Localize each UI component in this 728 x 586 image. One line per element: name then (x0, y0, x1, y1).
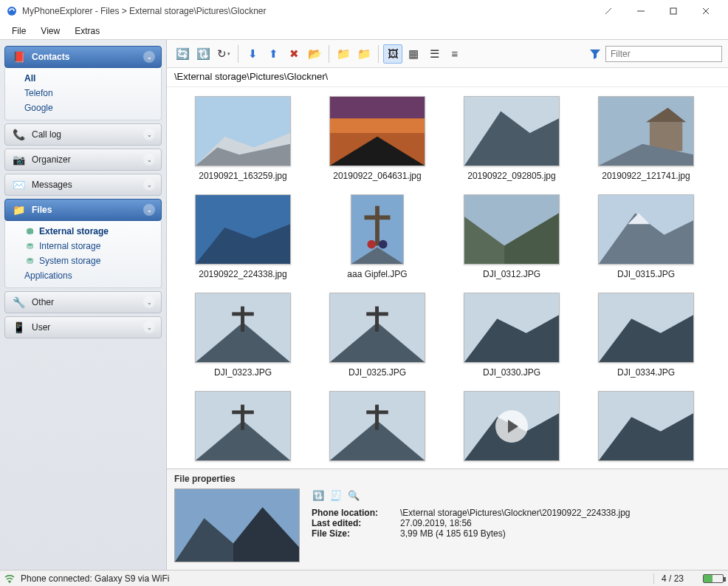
prop-info-icon[interactable]: 🧾 (329, 488, 343, 502)
window-title: MyPhoneExplorer - Files > External stora… (22, 6, 592, 16)
sync-icon[interactable]: 🔃 (193, 44, 213, 64)
prop-refresh-icon[interactable]: 🔃 (312, 488, 325, 502)
view-details-icon[interactable]: ≡ (445, 44, 464, 64)
chevron-down-icon: ⌄ (143, 321, 155, 333)
user-icon: 📱 (11, 320, 26, 335)
sidebar-item-all[interactable]: All (5, 71, 161, 86)
file-thumbnail[interactable]: DJI_0323.JPG (180, 293, 306, 378)
file-thumbnail[interactable]: DJI_0330.JPG (449, 293, 574, 378)
minimize-button[interactable] (592, 1, 625, 21)
sidebar-section-user[interactable]: 📱User⌄ (4, 316, 162, 338)
property-row: File Size:3,99 MB (4 185 619 Bytes) (312, 528, 631, 539)
file-name: 20190922_121741.jpg (602, 171, 690, 181)
file-name: aaa Gipfel.JPG (347, 269, 407, 279)
file-name: DJI_0323.JPG (214, 367, 272, 378)
sidebar-section-call-log[interactable]: 📞Call log⌄ (4, 123, 162, 146)
folder-action-icon[interactable]: 📁 (334, 44, 353, 64)
file-name: DJI_0330.JPG (483, 367, 540, 378)
thumbnail-image (329, 293, 425, 363)
file-thumbnail[interactable]: DJI_0312.JPG (449, 194, 574, 279)
view-large-icon[interactable]: 🖼 (383, 44, 402, 64)
minimize2-button[interactable] (625, 1, 657, 21)
toolbar-separator (378, 45, 379, 63)
file-name: DJI_0312.JPG (483, 269, 540, 279)
chevron-down-icon: ⌄ (143, 296, 155, 308)
property-key: Phone location: (312, 508, 393, 518)
file-thumbnail[interactable]: DJI_0315.JPG (583, 194, 709, 279)
file-thumbnail[interactable]: 20190922_092805.jpg (449, 96, 574, 181)
file-thumbnail[interactable]: 20190921_163259.jpg (180, 96, 306, 181)
svg-rect-40 (366, 312, 388, 316)
property-key: Last edited: (312, 518, 393, 528)
filter-input[interactable] (605, 46, 722, 62)
sidebar-section-other[interactable]: 🔧Other⌄ (4, 291, 162, 313)
sidebar-item-google[interactable]: Google (5, 100, 161, 115)
file-thumbnail[interactable] (180, 391, 306, 466)
open-folder-icon[interactable]: 📂 (305, 44, 324, 64)
file-thumbnail[interactable] (583, 391, 709, 466)
battery-icon (703, 574, 724, 583)
file-grid-scroll[interactable]: 20190921_163259.jpg20190922_064631.jpg20… (167, 87, 728, 469)
svg-rect-23 (365, 215, 391, 219)
svg-line-1 (605, 8, 611, 14)
sidebar-item-system-storage[interactable]: ⛃System storage (5, 253, 161, 268)
close-button[interactable] (690, 1, 722, 21)
properties-thumbnail (174, 488, 300, 562)
download-icon[interactable]: ⬇ (243, 44, 262, 64)
file-thumbnail[interactable]: 20190922_064631.jpg (315, 96, 440, 181)
file-name: DJI_0334.JPG (617, 367, 675, 378)
file-thumbnail[interactable]: DJI_0334.JPG (583, 293, 709, 378)
svg-rect-36 (232, 312, 254, 316)
chevron-down-icon: ⌄ (143, 51, 155, 63)
prop-zoom-icon[interactable]: 🔍 (347, 488, 360, 502)
view-small-icon[interactable]: ▦ (404, 44, 423, 64)
sidebar-item-external-storage[interactable]: ⛃External storage (5, 224, 161, 239)
file-grid: 20190921_163259.jpg20190922_064631.jpg20… (167, 87, 728, 469)
sidebar-section-messages[interactable]: ✉️Messages⌄ (4, 174, 162, 196)
file-thumbnail[interactable] (449, 391, 574, 466)
file-name: 20190922_224338.jpg (199, 269, 286, 279)
sidebar-item-applications[interactable]: Applications (5, 268, 161, 283)
svg-rect-48 (232, 410, 254, 414)
file-name: DJI_0325.JPG (348, 367, 406, 378)
storage-icon: ⛃ (24, 256, 35, 266)
menu-extras[interactable]: Extras (67, 24, 107, 38)
svg-point-60 (9, 582, 10, 583)
svg-rect-51 (375, 405, 379, 430)
properties-panel: File properties 🔃 🧾 🔍 Phone location:\Ex… (167, 469, 728, 570)
property-value: \External storage\Pictures\Glockner\2019… (400, 508, 631, 518)
delete-icon[interactable]: ✖ (284, 44, 303, 64)
menu-view[interactable]: View (33, 24, 67, 38)
file-name: 20190921_163259.jpg (199, 171, 286, 181)
storage-icon: ⛃ (24, 241, 35, 251)
file-name: 20190922_092805.jpg (467, 171, 555, 181)
file-thumbnail[interactable]: 20190922_121741.jpg (583, 96, 709, 181)
sidebar-section-contacts[interactable]: 📕Contacts⌄ (4, 46, 162, 68)
thumbnail-image (464, 96, 560, 166)
new-folder-icon[interactable]: 📁 (354, 44, 374, 64)
file-thumbnail[interactable] (315, 391, 440, 466)
play-icon (495, 410, 528, 443)
refresh2-icon[interactable]: ↻▾ (214, 44, 233, 64)
file-thumbnail[interactable]: aaa Gipfel.JPG (315, 194, 440, 279)
breadcrumb: \External storage\Pictures\Glockner\ (167, 68, 728, 87)
sidebar-item-internal-storage[interactable]: ⛃Internal storage (5, 239, 161, 253)
svg-rect-10 (330, 97, 425, 118)
maximize-button[interactable] (657, 1, 690, 21)
view-list-icon[interactable]: ☰ (425, 44, 444, 64)
file-thumbnail[interactable]: DJI_0325.JPG (315, 293, 440, 378)
svg-rect-3 (670, 8, 676, 14)
sidebar-section-files[interactable]: 📁Files⌄ (4, 199, 162, 221)
menu-file[interactable]: File (4, 24, 33, 38)
filter-icon (589, 48, 601, 60)
upload-icon[interactable]: ⬆ (264, 44, 283, 64)
svg-point-25 (379, 240, 388, 249)
svg-point-24 (367, 240, 376, 249)
refresh-icon[interactable]: 🔄 (173, 44, 192, 64)
thumbnail-image (351, 194, 404, 265)
sidebar-item-telefon[interactable]: Telefon (5, 86, 161, 100)
menubar: File View Extras (0, 22, 728, 40)
file-thumbnail[interactable]: 20190922_224338.jpg (180, 194, 306, 279)
calllog-icon: 📞 (11, 127, 26, 142)
sidebar-section-organizer[interactable]: 📷Organizer⌄ (4, 149, 162, 171)
